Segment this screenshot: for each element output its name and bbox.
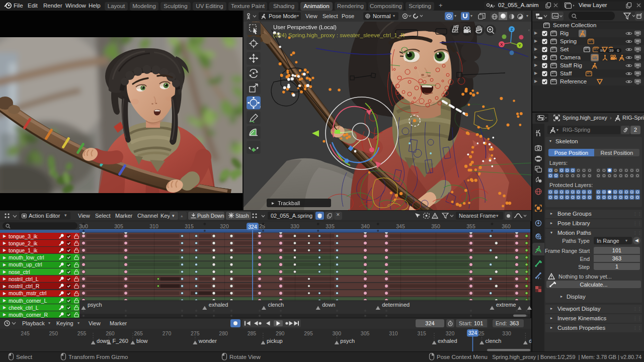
svg-text:▸: ▸	[272, 200, 274, 206]
svg-text:324: 324	[468, 330, 477, 336]
svg-text:305: 305	[114, 223, 123, 229]
svg-text:blow: blow	[136, 338, 148, 344]
svg-text:280: 280	[219, 330, 228, 336]
svg-text:350: 350	[431, 223, 440, 229]
svg-text:270: 270	[163, 330, 172, 336]
svg-text:exhaled: exhaled	[209, 302, 228, 308]
svg-text:320: 320	[220, 223, 229, 229]
svg-text:310: 310	[389, 330, 398, 336]
svg-text:250: 250	[49, 330, 58, 336]
svg-text:330: 330	[502, 330, 511, 336]
svg-text:User Perspective (Local): User Perspective (Local)	[273, 24, 337, 30]
svg-text:305: 305	[361, 330, 370, 336]
svg-text:355: 355	[466, 223, 475, 229]
svg-text:310: 310	[149, 223, 158, 229]
svg-text:265: 265	[134, 330, 143, 336]
svg-text:(324) Spring.high_proxy : swea: (324) Spring.high_proxy : sweater_sleeve…	[273, 32, 405, 38]
svg-text:25: 25	[478, 330, 485, 336]
svg-text:clench: clench	[268, 302, 284, 308]
svg-text:315: 315	[417, 330, 426, 336]
svg-text:295: 295	[304, 330, 313, 336]
svg-text:determined: determined	[382, 302, 410, 308]
svg-text:330: 330	[290, 223, 299, 229]
svg-text:360: 360	[502, 223, 511, 229]
svg-text:315: 315	[185, 223, 194, 229]
svg-text:psych: psych	[340, 338, 355, 344]
svg-text:340: 340	[361, 223, 370, 229]
svg-text:260: 260	[106, 330, 115, 336]
svg-text:245: 245	[21, 330, 30, 336]
svg-text:down: down	[322, 302, 335, 308]
svg-text:335: 335	[326, 223, 335, 229]
svg-text:down: down	[529, 338, 531, 344]
svg-text:clench: clench	[486, 338, 502, 344]
svg-text:‹: ‹	[528, 28, 530, 33]
svg-text:extreme: extreme	[496, 302, 516, 308]
svg-text:345: 345	[396, 223, 405, 229]
svg-text:F_260: F_260	[113, 338, 128, 344]
svg-text:285: 285	[248, 330, 257, 336]
svg-text:wonder: wonder	[198, 338, 217, 344]
svg-text:324: 324	[248, 224, 257, 230]
svg-text:Trackball: Trackball	[278, 200, 300, 206]
svg-text:255: 255	[77, 330, 87, 336]
svg-text:exhaled: exhaled	[438, 338, 457, 344]
svg-text:Y: Y	[518, 43, 521, 48]
svg-text:pickup: pickup	[267, 338, 283, 344]
svg-text:320: 320	[446, 330, 455, 336]
svg-text:psych: psych	[88, 302, 102, 308]
svg-text:290: 290	[276, 330, 285, 336]
svg-text:X: X	[500, 42, 503, 47]
svg-text:Z: Z	[511, 27, 513, 32]
